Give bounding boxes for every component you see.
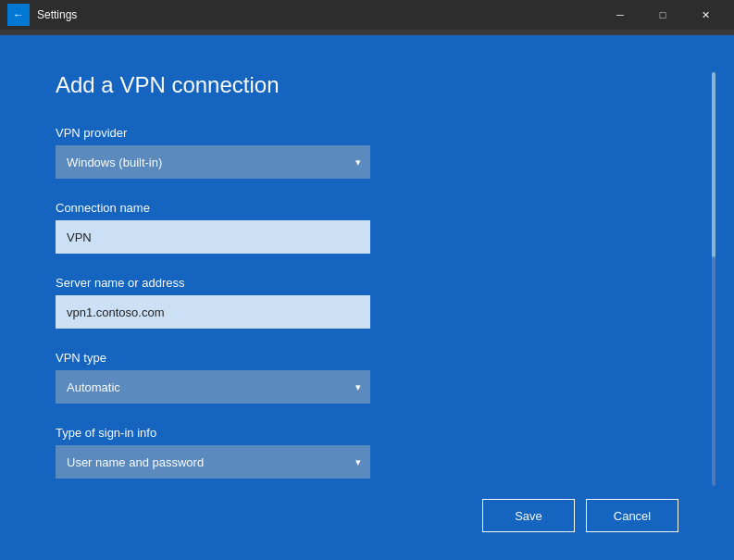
scrollbar-thumb[interactable] <box>712 72 715 257</box>
main-content: Add a VPN connection VPN provider Window… <box>0 35 734 560</box>
back-icon: ← <box>13 8 24 21</box>
scrollbar[interactable] <box>712 72 715 486</box>
signin-type-select-wrapper[interactable]: User name and password Certificate Smart… <box>56 445 370 479</box>
vpn-provider-select-wrapper[interactable]: Windows (built-in) ▾ <box>56 145 370 179</box>
page-title: Add a VPN connection <box>56 72 611 98</box>
connection-name-group: Connection name <box>56 201 611 254</box>
vpn-provider-label: VPN provider <box>56 126 611 140</box>
vpn-provider-group: VPN provider Windows (built-in) ▾ <box>56 126 611 179</box>
server-name-input[interactable] <box>56 295 370 329</box>
cancel-button[interactable]: Cancel <box>586 499 678 532</box>
bottom-actions: Save Cancel <box>482 499 678 532</box>
server-name-label: Server name or address <box>56 276 611 290</box>
connection-name-input[interactable] <box>56 220 370 254</box>
vpn-provider-select[interactable]: Windows (built-in) <box>56 145 370 179</box>
title-bar-left: ← Settings <box>7 4 77 26</box>
server-name-group: Server name or address <box>56 276 611 329</box>
signin-type-select[interactable]: User name and password Certificate Smart… <box>56 445 370 479</box>
back-button[interactable]: ← <box>7 4 30 26</box>
vpn-type-label: VPN type <box>56 351 611 365</box>
vpn-type-select-wrapper[interactable]: Automatic PPTP L2TP/IPsec SSTP IKEv2 ▾ <box>56 370 370 404</box>
window-controls: ─ □ ✕ <box>599 0 727 30</box>
close-button[interactable]: ✕ <box>684 0 727 30</box>
maximize-button[interactable]: □ <box>641 0 684 30</box>
connection-name-label: Connection name <box>56 201 611 215</box>
settings-window: ← Settings ─ □ ✕ Add a VPN connection VP… <box>0 0 734 560</box>
signin-type-label: Type of sign-in info <box>56 426 611 440</box>
title-bar: ← Settings ─ □ ✕ <box>0 0 734 30</box>
window-title: Settings <box>37 8 77 21</box>
form-container: Add a VPN connection VPN provider Window… <box>56 72 611 532</box>
minimize-button[interactable]: ─ <box>599 0 641 30</box>
vpn-type-group: VPN type Automatic PPTP L2TP/IPsec SSTP … <box>56 351 611 404</box>
vpn-type-select[interactable]: Automatic PPTP L2TP/IPsec SSTP IKEv2 <box>56 370 370 404</box>
signin-type-group: Type of sign-in info User name and passw… <box>56 426 611 479</box>
save-button[interactable]: Save <box>482 499 575 532</box>
